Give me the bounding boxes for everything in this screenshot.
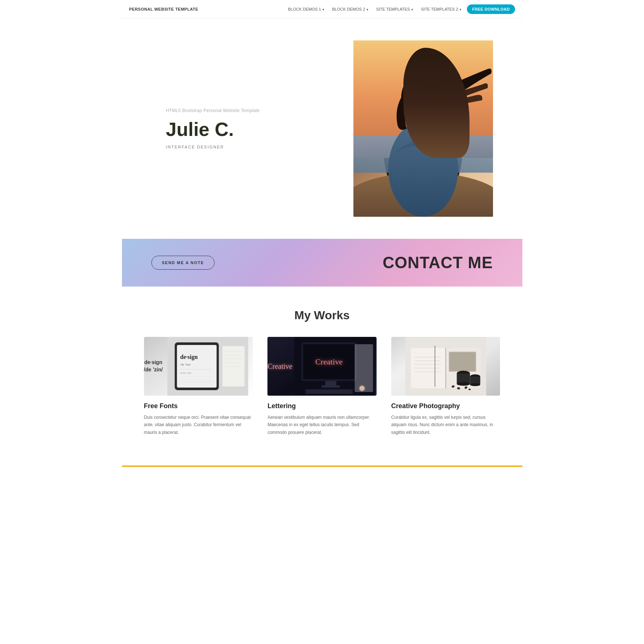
works-section-title: My Works bbox=[144, 309, 500, 322]
svg-rect-4 bbox=[416, 114, 431, 132]
svg-text:/de ˈzin/: /de ˈzin/ bbox=[180, 363, 191, 366]
svg-text:de·sign: de·sign bbox=[180, 354, 198, 360]
work-title-lettering: Lettering bbox=[267, 402, 377, 410]
work-title-free-fonts: Free Fonts bbox=[144, 402, 253, 410]
works-grid: de·sign /de ˈzin/ noun, verb bbox=[144, 337, 500, 436]
nav-site-templates[interactable]: SITE TEMPLATES bbox=[374, 6, 416, 13]
work-image-photography bbox=[391, 337, 500, 396]
svg-point-6 bbox=[401, 73, 442, 121]
hero-role: INTERFACE DESIGNER bbox=[166, 145, 339, 149]
lettering-image: Creative bbox=[267, 337, 377, 396]
contact-title: CONTACT ME bbox=[382, 253, 493, 272]
svg-rect-44 bbox=[449, 352, 475, 371]
nav-block-demos-1[interactable]: BLOCK DEMOS 1 bbox=[286, 6, 327, 13]
nav-block-demos-2[interactable]: BLOCK DEMOS 2 bbox=[330, 6, 371, 13]
svg-rect-27 bbox=[325, 381, 336, 385]
hero-subtitle: HTML5 Bootstrap Personal Website Templat… bbox=[166, 108, 339, 113]
hero-name: Julie C. bbox=[166, 119, 339, 140]
svg-text:Creative: Creative bbox=[315, 357, 343, 366]
svg-rect-9 bbox=[177, 345, 217, 388]
svg-point-50 bbox=[470, 383, 480, 386]
work-image-free-fonts: de·sign /de ˈzin/ noun, verb bbox=[144, 337, 253, 396]
brand-logo: PERSONAL WEBSITE TEMPLATE bbox=[129, 7, 198, 11]
nav-links: BLOCK DEMOS 1 BLOCK DEMOS 2 SITE TEMPLAT… bbox=[286, 4, 515, 14]
hero-image bbox=[353, 40, 493, 217]
bottom-border bbox=[122, 465, 522, 467]
contact-band: SEND ME A NOTE CONTACT ME bbox=[122, 239, 522, 287]
work-title-photography: Creative Photography bbox=[391, 402, 500, 410]
work-item-free-fonts: de·sign /de ˈzin/ noun, verb bbox=[144, 337, 253, 436]
navigation: PERSONAL WEBSITE TEMPLATE BLOCK DEMOS 1 … bbox=[122, 0, 522, 18]
send-note-button[interactable]: SEND ME A NOTE bbox=[151, 256, 215, 270]
hero-section: HTML5 Bootstrap Personal Website Templat… bbox=[122, 18, 522, 239]
works-section: My Works de·sign /de ˈzin/ noun, verb bbox=[122, 287, 522, 465]
svg-point-5 bbox=[405, 87, 442, 130]
work-desc-free-fonts: Duis consectetur neque orci. Praesent vi… bbox=[144, 414, 253, 436]
work-image-lettering: Creative bbox=[267, 337, 377, 396]
work-desc-photography: Curabitur ligula ex, sagittis vel turpis… bbox=[391, 414, 500, 436]
hero-text: HTML5 Bootstrap Personal Website Templat… bbox=[166, 108, 353, 149]
work-item-lettering: Creative Lettering bbox=[267, 337, 377, 436]
svg-rect-30 bbox=[307, 390, 351, 393]
photography-image bbox=[391, 337, 500, 396]
svg-rect-28 bbox=[321, 385, 340, 388]
svg-point-3 bbox=[388, 121, 458, 217]
svg-text:noun, verb: noun, verb bbox=[180, 371, 191, 374]
svg-point-47 bbox=[457, 382, 470, 386]
nav-site-templates-2[interactable]: SITE TEMPLATES 2 bbox=[419, 6, 464, 13]
work-item-photography: Creative Photography Curabitur ligula ex… bbox=[391, 337, 500, 436]
free-download-button[interactable]: FREE DOWNLOAD bbox=[467, 4, 515, 14]
hero-photo bbox=[353, 40, 493, 217]
design-image: de·sign /de ˈzin/ noun, verb bbox=[144, 337, 253, 396]
work-desc-lettering: Aenean vestibulum aliquam mauris non ull… bbox=[267, 414, 377, 436]
svg-rect-33 bbox=[355, 344, 373, 392]
